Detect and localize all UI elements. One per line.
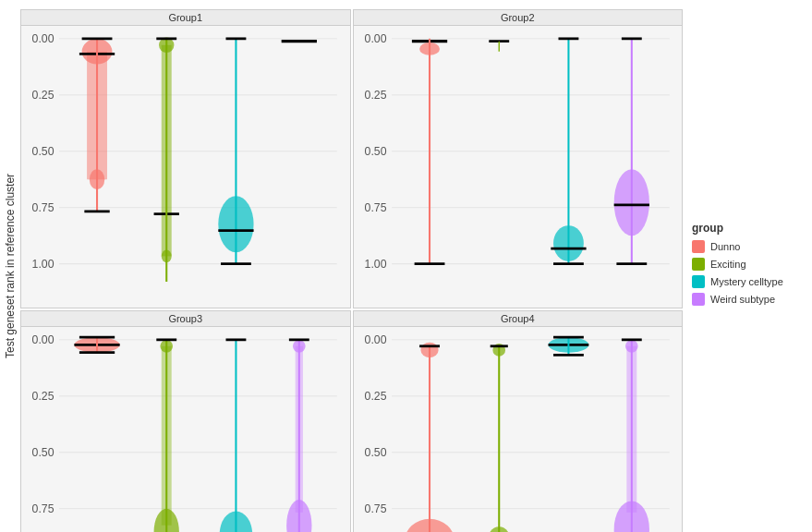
svg-point-43: [419, 42, 440, 55]
svg-text:1.00: 1.00: [364, 258, 386, 271]
svg-text:0.75: 0.75: [364, 201, 386, 214]
legend-color-weird: [692, 293, 705, 306]
chart-container: Test geneset rank in reference cluster G…: [0, 0, 812, 532]
svg-point-25: [218, 196, 253, 252]
svg-text:0.00: 0.00: [364, 333, 386, 346]
svg-text:0.25: 0.25: [32, 390, 55, 403]
legend-color-dunno: [692, 240, 705, 253]
svg-rect-73: [162, 346, 172, 526]
svg-point-48: [553, 225, 584, 261]
legend-item-weird: Weird subtype: [692, 293, 807, 306]
svg-point-101: [420, 342, 438, 357]
svg-text:0.25: 0.25: [364, 89, 386, 102]
panel-title-group4: Group4: [354, 311, 683, 327]
panel-title-group3: Group3: [21, 311, 350, 327]
legend-item-dunno: Dunno: [692, 240, 807, 253]
svg-text:1.00: 1.00: [32, 258, 55, 271]
svg-text:0.50: 0.50: [364, 446, 386, 459]
svg-text:0.25: 0.25: [32, 89, 55, 102]
svg-text:0.50: 0.50: [32, 446, 55, 459]
legend-label-dunno: Dunno: [710, 241, 740, 252]
legend-title: group: [692, 222, 807, 235]
svg-point-120: [613, 501, 648, 532]
legend-color-exciting: [692, 258, 705, 271]
panel-svg-group3: 0.00 0.25 0.50 0.75 1.00: [21, 327, 350, 532]
panel-svg-group4: 0.00 0.25 0.50 0.75 1.00: [354, 327, 683, 532]
panel-group2: Group2 0.00 0.25 0.50 0.75 1.00: [353, 9, 684, 308]
svg-text:0.00: 0.00: [32, 333, 55, 346]
legend-item-mystery: Mystery celltype: [692, 275, 807, 288]
top-panels-row: Group1 0.00 0.25 0.50 0.75 1.: [20, 9, 683, 308]
svg-text:0.25: 0.25: [364, 390, 386, 403]
svg-point-74: [154, 509, 179, 532]
svg-point-80: [220, 511, 253, 532]
panel-title-group1: Group1: [21, 10, 350, 26]
svg-text:0.50: 0.50: [364, 145, 386, 158]
legend-label-weird: Weird subtype: [710, 294, 775, 305]
bottom-panels-row: Group3 0.00 0.25 0.50 0.75 1.00: [20, 310, 683, 532]
panel-group4: Group4 0.00 0.25 0.50 0.75 1.00: [353, 310, 684, 532]
panel-group3: Group3 0.00 0.25 0.50 0.75 1.00: [20, 310, 351, 532]
panel-title-group2: Group2: [354, 10, 683, 26]
svg-point-53: [613, 169, 648, 236]
svg-rect-119: [626, 346, 636, 513]
svg-point-86: [286, 500, 311, 532]
svg-point-102: [404, 519, 454, 532]
svg-text:0.50: 0.50: [32, 145, 55, 158]
svg-rect-85: [296, 346, 303, 513]
panel-group1: Group1 0.00 0.25 0.50 0.75 1.: [20, 9, 351, 308]
legend-item-exciting: Exciting: [692, 258, 807, 271]
svg-point-108: [486, 526, 511, 532]
svg-text:0.00: 0.00: [32, 32, 55, 45]
y-axis-label: Test geneset rank in reference cluster: [0, 9, 20, 523]
main-area: Group1 0.00 0.25 0.50 0.75 1.: [20, 9, 683, 523]
legend-color-mystery: [692, 275, 705, 288]
legend-label-exciting: Exciting: [710, 259, 746, 270]
svg-text:0.00: 0.00: [364, 32, 386, 45]
legend: group Dunno Exciting Mystery celltype We…: [683, 9, 812, 523]
legend-label-mystery: Mystery celltype: [710, 276, 783, 287]
panel-svg-group2: 0.00 0.25 0.50 0.75 1.00: [354, 26, 683, 308]
svg-text:0.75: 0.75: [32, 201, 55, 214]
svg-text:0.75: 0.75: [364, 502, 386, 515]
svg-text:0.75: 0.75: [32, 502, 55, 515]
panel-svg-group1: 0.00 0.25 0.50 0.75 1.00: [21, 26, 350, 308]
